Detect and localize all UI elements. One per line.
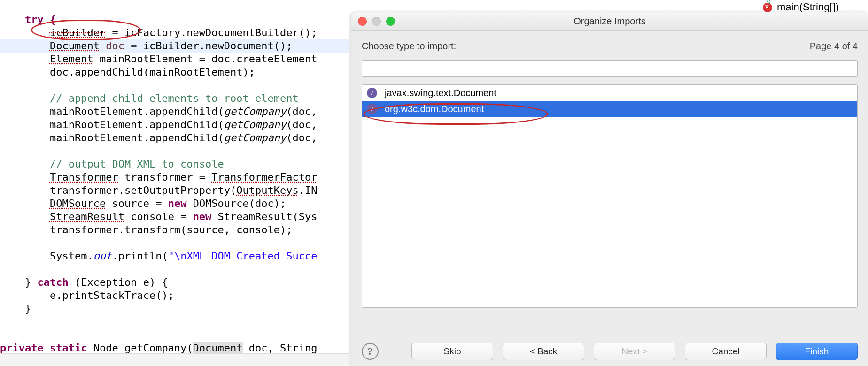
dialog-title: Organize Imports [351, 16, 868, 27]
outline-method-label: main(String[]) [777, 1, 839, 13]
annotation-circle-1 [31, 20, 141, 40]
filter-input[interactable] [362, 60, 858, 77]
editor-status-bar [0, 353, 349, 366]
help-icon: ? [368, 345, 373, 358]
list-item[interactable]: I javax.swing.text.Document [362, 85, 857, 101]
finish-button[interactable]: Finish [776, 343, 858, 360]
page-indicator: Page 4 of 4 [810, 41, 858, 52]
dialog-prompt: Choose type to import: [362, 41, 456, 52]
skip-button[interactable]: Skip [411, 343, 493, 360]
code-editor[interactable]: try { icBuilder = icFactory.newDocumentB… [0, 0, 349, 366]
organize-imports-dialog: Organize Imports Choose type to import: … [351, 12, 868, 366]
help-button[interactable]: ? [362, 343, 379, 360]
cancel-button[interactable]: Cancel [685, 343, 767, 360]
back-button[interactable]: < Back [503, 343, 584, 360]
dialog-titlebar[interactable]: Organize Imports [351, 12, 868, 30]
list-item-label: javax.swing.text.Document [385, 88, 496, 99]
static-marker-icon: S [767, 0, 770, 6]
annotation-circle-2 [363, 103, 548, 125]
next-button: Next > [594, 343, 675, 360]
interface-icon: I [367, 88, 377, 98]
